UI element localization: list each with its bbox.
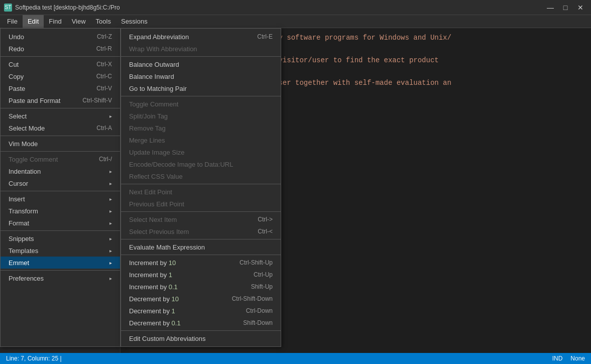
edit-cut[interactable]: Cut Ctrl-X [1, 58, 120, 70]
sub-sep-7 [121, 330, 281, 331]
emmet-select-prev[interactable]: Select Previous Item Ctrl-< [121, 225, 281, 237]
emmet-prev-edit-point[interactable]: Previous Edit Point [121, 198, 281, 210]
emmet-update-image-size[interactable]: Update Image Size [121, 146, 281, 158]
edit-insert[interactable]: Insert ▸ [1, 193, 120, 205]
edit-cursor[interactable]: Cursor ▸ [1, 177, 120, 189]
app-icon: ST [4, 4, 12, 12]
emmet-increment-1[interactable]: Increment by 1 Ctrl-Up [121, 269, 281, 281]
emmet-wrap-abbrev[interactable]: Wrap With Abbreviation [121, 43, 281, 55]
edit-undo[interactable]: Undo Ctrl-Z [1, 31, 120, 43]
sep-5 [1, 191, 120, 191]
window-title: Softpedia test [desktop-bjhd8g5i:C:/Pro [15, 4, 120, 11]
edit-emmet[interactable]: Emmet ▸ [1, 257, 120, 269]
maximize-button[interactable]: □ [559, 3, 572, 13]
emmet-decrement-10[interactable]: Decrement by 10 Ctrl-Shift-Down [121, 293, 281, 305]
emmet-expand-abbrev[interactable]: Expand Abbreviation Ctrl-E [121, 31, 281, 43]
edit-toggle-comment[interactable]: Toggle Comment Ctrl-/ [1, 153, 120, 165]
emmet-remove-tag[interactable]: Remove Tag [121, 122, 281, 134]
sub-sep-3 [121, 184, 281, 184]
emmet-balance-out[interactable]: Balance Outward [121, 58, 281, 70]
menu-find[interactable]: Find [44, 15, 66, 28]
emmet-encode-decode[interactable]: Encode/Decode Image to Data:URL [121, 158, 281, 170]
title-bar-left: ST Softpedia test [desktop-bjhd8g5i:C:/P… [4, 4, 120, 12]
menu-bar: File Edit Find View Tools Sessions [0, 15, 591, 28]
edit-indentation[interactable]: Indentation ▸ [1, 165, 120, 177]
edit-redo[interactable]: Redo Ctrl-R [1, 43, 120, 55]
sub-sep-6 [121, 255, 281, 255]
sub-sep-5 [121, 239, 281, 239]
edit-select-mode[interactable]: Select Mode Ctrl-A [1, 122, 120, 134]
emmet-reflect-css[interactable]: Reflect CSS Value [121, 170, 281, 182]
menu-view[interactable]: View [67, 15, 91, 28]
edit-vim-mode[interactable]: Vim Mode [1, 138, 120, 150]
emmet-toggle-comment[interactable]: Toggle Comment [121, 98, 281, 110]
sep-6 [1, 230, 120, 231]
edit-preferences[interactable]: Preferences ▸ [1, 272, 120, 284]
window-controls: — □ ✕ [544, 3, 587, 13]
menu-edit[interactable]: Edit [23, 15, 44, 28]
edit-menu: Undo Ctrl-Z Redo Ctrl-R Cut Ctrl-X Copy … [0, 28, 121, 347]
emmet-merge-lines[interactable]: Merge Lines [121, 134, 281, 146]
edit-select[interactable]: Select ▸ [1, 110, 120, 122]
sep-7 [1, 270, 120, 271]
title-bar: ST Softpedia test [desktop-bjhd8g5i:C:/P… [0, 0, 591, 15]
menu-sessions[interactable]: Sessions [116, 15, 153, 28]
edit-format[interactable]: Format ▸ [1, 217, 120, 229]
emmet-matching-pair[interactable]: Go to Matching Pair [121, 82, 281, 94]
dropdown-container: Undo Ctrl-Z Redo Ctrl-R Cut Ctrl-X Copy … [0, 28, 281, 347]
status-right: IND None [552, 355, 585, 362]
status-encoding: IND [552, 355, 563, 362]
sub-sep-4 [121, 211, 281, 212]
emmet-decrement-01[interactable]: Decrement by 0.1 Shift-Down [121, 317, 281, 329]
emmet-balance-in[interactable]: Balance Inward [121, 70, 281, 82]
edit-transform[interactable]: Transform ▸ [1, 205, 120, 217]
emmet-increment-01[interactable]: Increment by 0.1 Shift-Up [121, 281, 281, 293]
sub-sep-1 [121, 56, 281, 57]
status-bar: Line: 7, Column: 25 | IND None [0, 353, 591, 364]
minimize-button[interactable]: — [544, 3, 557, 13]
sep-1 [1, 56, 120, 57]
menu-tools[interactable]: Tools [91, 15, 116, 28]
emmet-decrement-1[interactable]: Decrement by 1 Ctrl-Down [121, 305, 281, 317]
emmet-submenu: Expand Abbreviation Ctrl-E Wrap With Abb… [121, 28, 281, 347]
edit-snippets[interactable]: Snippets ▸ [1, 232, 120, 245]
sub-sep-2 [121, 96, 281, 96]
emmet-eval-math[interactable]: Evaluate Math Expression [121, 241, 281, 253]
emmet-split-join-tag[interactable]: Split/Join Tag [121, 110, 281, 122]
sep-2 [1, 108, 120, 108]
edit-copy[interactable]: Copy Ctrl-C [1, 70, 120, 82]
emmet-increment-10[interactable]: Increment by 10 Ctrl-Shift-Up [121, 257, 281, 269]
edit-paste[interactable]: Paste Ctrl-V [1, 82, 120, 94]
edit-paste-format[interactable]: Paste and Format Ctrl-Shift-V [1, 94, 120, 106]
menu-file[interactable]: File [2, 15, 23, 28]
emmet-next-edit-point[interactable]: Next Edit Point [121, 186, 281, 198]
sep-4 [1, 151, 120, 152]
edit-templates[interactable]: Templates ▸ [1, 245, 120, 257]
emmet-select-next[interactable]: Select Next Item Ctrl-> [121, 213, 281, 225]
emmet-edit-custom-abbrev[interactable]: Edit Custom Abbreviations [121, 332, 281, 344]
close-button[interactable]: ✕ [574, 3, 587, 13]
status-position: Line: 7, Column: 25 | [6, 355, 62, 362]
status-line-ending: None [570, 355, 585, 362]
sep-3 [1, 136, 120, 136]
